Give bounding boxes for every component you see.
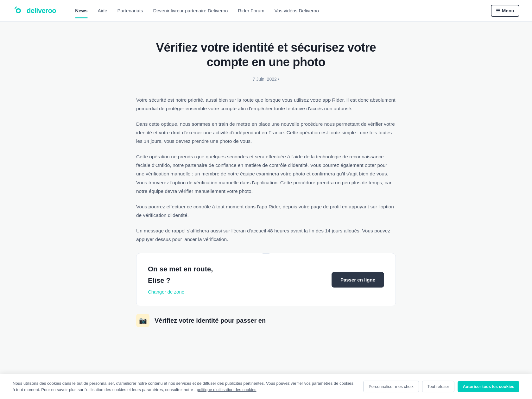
nav-partenariats[interactable]: Partenariats [114,4,147,17]
paragraph-1: Votre sécurité est notre priorité, aussi… [136,96,396,113]
article-body: Votre sécurité est notre priorité, aussi… [136,96,396,244]
paragraph-5: Un message de rappel s'affichera aussi s… [136,226,396,244]
article-date: 7 Juin, 2022 • [136,76,396,83]
paragraph-4: Vous pourrez effectuer ce contrôle à tou… [136,202,396,219]
section-preview: 📷 Vérifiez votre identité pour passer en [136,314,396,327]
main-nav: News Aide Partenariats Devenir livreur p… [71,4,322,17]
menu-icon: ☰ [496,8,500,14]
cta-card: On se met en route, Elise ? Changer de z… [136,253,396,306]
logo[interactable]: deliveroo [13,5,56,16]
header-left: deliveroo News Aide Partenariats Devenir… [13,4,323,17]
main-content: Vérifiez votre identité et sécurisez vot… [130,22,402,340]
section-icon: 📷 [136,314,149,327]
section-heading: Vérifiez votre identité pour passer en [155,315,266,326]
site-header: deliveroo News Aide Partenariats Devenir… [0,0,532,22]
nav-aide[interactable]: Aide [94,4,111,17]
paragraph-3: Cette opération ne prendra que quelques … [136,152,396,195]
logo-icon [13,5,24,16]
logo-text: deliveroo [27,5,56,16]
svg-point-0 [17,10,20,12]
nav-devenir-livreur[interactable]: Devenir livreur partenaire Deliveroo [149,4,231,17]
cta-heading: On se met en route, Elise ? [148,263,213,286]
menu-label: Menu [502,8,514,13]
nav-videos[interactable]: Vos vidéos Deliveroo [271,4,323,17]
nav-rider-forum[interactable]: Rider Forum [234,4,268,17]
cta-text: On se met en route, Elise ? Changer de z… [148,263,213,296]
paragraph-2: Dans cette optique, nous sommes en train… [136,120,396,145]
menu-button[interactable]: ☰ Menu [491,5,519,17]
nav-news[interactable]: News [71,4,91,17]
article-title: Vérifiez votre identité et sécurisez vot… [136,41,396,69]
cta-zone-link[interactable]: Changer de zone [148,289,184,294]
cta-button[interactable]: Passer en ligne [332,272,384,288]
